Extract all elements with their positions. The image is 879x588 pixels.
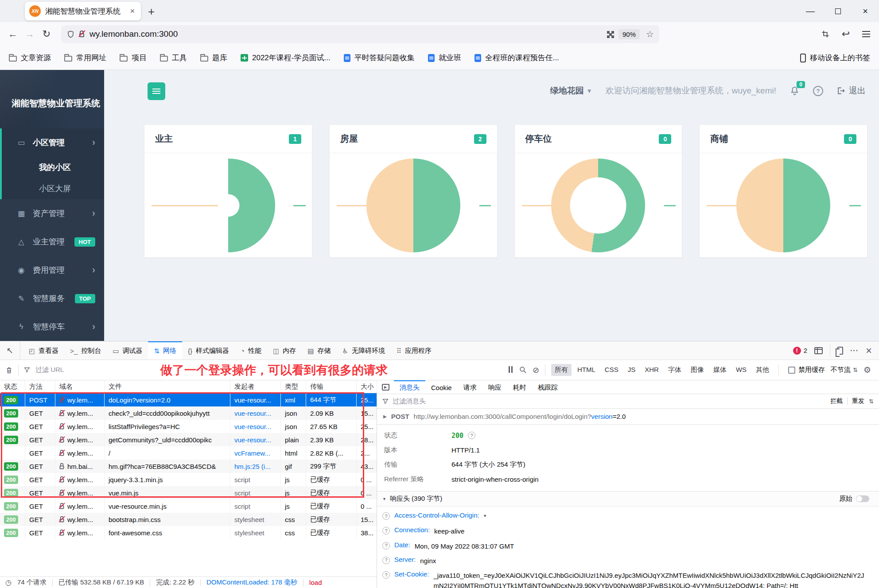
devtools-tab-控制台[interactable]: >_控制台 [64, 341, 107, 360]
sidebar-item-智慧服务[interactable]: ✎智慧服务TOP [2, 284, 104, 313]
devtools-close-icon[interactable]: × [866, 344, 872, 357]
panel-tab-消息头[interactable]: 消息头 [394, 380, 425, 394]
help-circle-icon[interactable]: ? [382, 542, 390, 549]
section-triangle-icon[interactable]: ▼ [382, 497, 386, 501]
type-filter-字体[interactable]: 字体 [665, 364, 685, 376]
bookmark-item[interactable]: 工具 [160, 53, 187, 63]
library-arrow-icon[interactable]: ↩ [837, 26, 854, 43]
error-count-badge[interactable]: ! 2 [793, 347, 807, 355]
table-row[interactable]: 200GETwy.lem...jquery-3.3.1.min.jsscript… [0, 473, 377, 486]
sidebar-item-资产管理[interactable]: ▦资产管理› [2, 199, 104, 228]
header-name[interactable]: Date: [394, 541, 410, 549]
domcontentloaded-time[interactable]: DOMContentLoaded: 178 毫秒 [206, 578, 297, 587]
table-row[interactable]: 200GETwy.lem...getCommunitys?_uld=ccdd00… [0, 433, 377, 446]
type-filter-媒体[interactable]: 媒体 [710, 364, 730, 376]
type-filter-XHR[interactable]: XHR [641, 364, 662, 376]
responsive-design-icon[interactable] [837, 347, 843, 355]
type-filter-HTML[interactable]: HTML [574, 364, 599, 376]
bookmark-item[interactable]: 文章资源 [9, 53, 51, 63]
insecure-lock-icon[interactable] [79, 33, 84, 37]
address-bar[interactable]: wy.lemonban.com:3000 90% ☆ [61, 25, 659, 43]
block-button[interactable]: 拦截 [830, 397, 843, 405]
type-filter-图像[interactable]: 图像 [687, 364, 708, 376]
sidebar-subitem-我的小区[interactable]: 我的小区 [2, 157, 104, 178]
devtools-tab-性能[interactable]: ◔性能 [235, 341, 267, 360]
bookmark-item[interactable]: 常用网址 [64, 53, 106, 63]
filter-headers-input[interactable]: 过滤消息头 [393, 397, 426, 406]
bookmark-item[interactable]: 项目 [120, 53, 147, 63]
help-circle-icon[interactable]: ? [382, 557, 390, 564]
table-row[interactable]: 200GETwy.lem...listStaffPrivileges?a=HCv… [0, 420, 377, 433]
column-header-域名[interactable]: 域名 [55, 380, 105, 393]
bookmark-star-icon[interactable]: ☆ [646, 29, 654, 39]
sidebar-item-智慧停车[interactable]: ϟ智慧停车› [2, 313, 104, 341]
devtools-tab-网络[interactable]: ⇅网络 [148, 341, 182, 360]
menu-hamburger-icon[interactable] [858, 26, 875, 43]
header-name[interactable]: Connection: [394, 526, 430, 534]
disable-cache-checkbox[interactable]: 禁用缓存 [788, 366, 825, 374]
url-text[interactable]: wy.lemonban.com:3000 [89, 29, 606, 39]
sidebar-item-业主管理[interactable]: △业主管理HOT [2, 228, 104, 256]
column-header-传输[interactable]: 传输 [306, 380, 357, 393]
raw-toggle[interactable] [856, 495, 869, 502]
devtools-tab-无障碍环境[interactable]: ♿无障碍环境 [337, 341, 391, 360]
initiator-text[interactable]: vue-resour... [234, 396, 271, 404]
devtools-menu-icon[interactable]: ··· [850, 347, 859, 355]
panel-tab-耗时[interactable]: 耗时 [507, 380, 532, 394]
column-header-方法[interactable]: 方法 [25, 380, 55, 393]
filter-url-input[interactable]: 过滤 URL [35, 366, 64, 374]
header-name[interactable]: Access-Control-Allow-Origin: [394, 511, 479, 519]
bookmark-item[interactable]: 题库 [200, 53, 227, 63]
sidebar-toggle-button[interactable] [148, 82, 165, 100]
help-circle-icon[interactable]: ? [468, 432, 475, 439]
forward-button[interactable]: → [21, 26, 38, 43]
bookmark-item[interactable]: 2022年课程-学员面试... [241, 53, 331, 63]
back-button[interactable]: ← [4, 26, 21, 43]
pick-element-icon[interactable]: ↖ [0, 341, 20, 360]
panel-tab-栈跟踪[interactable]: 栈跟踪 [532, 380, 564, 394]
clear-requests-icon[interactable] [5, 366, 13, 374]
sidebar-subitem-小区大屏[interactable]: 小区大屏 [2, 178, 104, 199]
devtools-tab-调试器[interactable]: ▭调试器 [107, 341, 148, 360]
response-headers-section[interactable]: ▼ 响应头 (390 字节) 原始 [377, 491, 879, 507]
disclosure-triangle-icon[interactable]: ▶ [383, 414, 387, 419]
devtools-tab-存储[interactable]: ▤存储 [302, 341, 336, 360]
initiator-text[interactable]: vue-resour... [234, 410, 271, 417]
maximize-button[interactable] [824, 0, 852, 22]
table-row[interactable]: 200GETwy.lem...check?_uld=ccdd00opikookj… [0, 406, 377, 420]
minimize-button[interactable]: — [797, 0, 824, 22]
help-circle-icon[interactable]: ? [382, 527, 390, 534]
type-filter-CSS[interactable]: CSS [601, 364, 622, 376]
notifications-bell-icon[interactable]: 0 [790, 86, 800, 96]
load-time[interactable]: load [309, 579, 322, 586]
qr-extension-icon[interactable] [607, 31, 610, 34]
type-filter-其他[interactable]: 其他 [752, 364, 773, 376]
table-row[interactable]: 200GETwy.lem...font-awesome.cssstyleshee… [0, 526, 377, 539]
panel-tab-请求[interactable]: 请求 [458, 380, 482, 394]
table-row[interactable]: GETwy.lem.../vcFramew...html2.82 KB (...… [0, 446, 377, 460]
initiator-text[interactable]: vue-resour... [234, 423, 271, 430]
table-row[interactable]: 200GETwy.lem...vue-resource.min.jsscript… [0, 499, 377, 513]
bookmark-item[interactable]: 就业班 [428, 53, 461, 63]
table-row[interactable]: 200GEThm.bai...hm.gif?hca=76EB88C9A3CB45… [0, 460, 377, 473]
expand-panel-icon[interactable]: ▶ [377, 380, 394, 394]
throttling-dropdown[interactable]: 不节流 ⇅ [831, 366, 858, 374]
devtools-tab-应用程序[interactable]: ⠿应用程序 [391, 341, 437, 360]
new-tab-button[interactable]: + [148, 5, 155, 19]
pause-traffic-icon[interactable] [508, 366, 513, 374]
sidebar-item-费用管理[interactable]: ◉费用管理› [2, 256, 104, 284]
column-header-状态[interactable]: 状态 [0, 380, 25, 393]
community-dropdown[interactable]: 绿地花园 ▼ [550, 85, 592, 97]
block-request-icon[interactable]: ⊘ [533, 365, 539, 375]
split-console-icon[interactable] [814, 347, 823, 354]
logout-button[interactable]: 退出 [836, 85, 866, 97]
panel-tab-响应[interactable]: 响应 [482, 380, 507, 394]
help-circle-icon[interactable]: ? [382, 571, 390, 579]
browser-tab[interactable]: XN 湘能智慧物业管理系统 × [25, 2, 141, 20]
initiator-text[interactable]: vcFramew... [234, 449, 270, 457]
network-settings-gear-icon[interactable]: ⚙ [863, 365, 871, 375]
initiator-text[interactable]: hm.js:25 (i... [234, 463, 271, 470]
screenshot-crop-icon[interactable] [817, 26, 834, 43]
table-row[interactable]: 200GETwy.lem...bootstrap.min.cssstyleshe… [0, 513, 377, 526]
zoom-level-badge[interactable]: 90% [618, 29, 640, 39]
